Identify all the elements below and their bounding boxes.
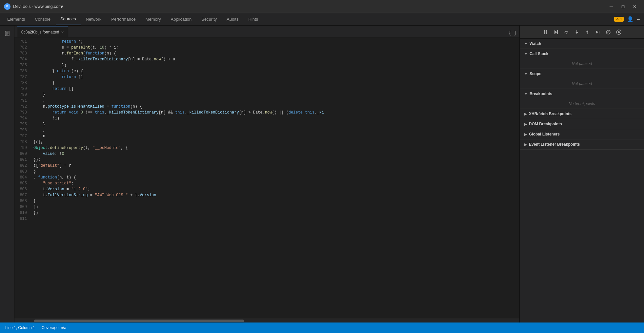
svg-rect-4: [544, 30, 545, 34]
line-numbers: 781 782 783 784 785 786 787 788 789 790 …: [14, 37, 31, 319]
format-icon[interactable]: { }: [509, 31, 517, 36]
tab-performance[interactable]: Performance: [107, 13, 140, 25]
title-text: DevTools - www.bing.com/: [13, 4, 63, 9]
breakpoints-header[interactable]: ▼ Breakpoints: [520, 89, 644, 99]
main-layout: 0c3a2f0b.js:formatted × { } 781 782 783 …: [0, 26, 644, 323]
dom-breakpoints-header[interactable]: ▶ DOM Breakpoints: [520, 119, 644, 129]
app-icon: D: [4, 3, 10, 10]
breakpoints-section: ▼ Breakpoints No breakpoints: [520, 89, 644, 109]
scope-section: ▼ Scope Not paused: [520, 69, 644, 89]
status-bar: Line 1, Column 1 Coverage: n/a: [0, 323, 644, 333]
horizontal-scrollbar[interactable]: [14, 319, 519, 323]
file-tab-name: 0c3a2f0b.js:formatted: [21, 30, 59, 34]
pause-button[interactable]: [541, 28, 550, 37]
call-stack-label: Call Stack: [530, 52, 548, 56]
call-stack-section: ▼ Call Stack Not paused: [520, 49, 644, 69]
call-stack-content: Not paused: [520, 59, 644, 69]
status-position: Line 1, Column 1: [5, 325, 35, 330]
watch-header[interactable]: ▼ Watch: [520, 39, 644, 49]
title-bar: D DevTools - www.bing.com/ ─ □ ✕: [0, 0, 644, 13]
breakpoints-label: Breakpoints: [530, 92, 552, 96]
dom-triangle: ▶: [524, 122, 527, 126]
debugger-toolbar: [520, 26, 644, 39]
code-editor[interactable]: 781 782 783 784 785 786 787 788 789 790 …: [14, 37, 519, 323]
step-button[interactable]: [593, 28, 602, 37]
svg-point-14: [618, 31, 620, 33]
tab-elements[interactable]: Elements: [3, 13, 30, 25]
dom-breakpoints-section: ▶ DOM Breakpoints: [520, 119, 644, 129]
svg-rect-6: [557, 30, 558, 34]
editor-area: 0c3a2f0b.js:formatted × { } 781 782 783 …: [14, 26, 519, 323]
code-content[interactable]: return r; u = parseInt(t, 10) * i; r.for…: [31, 37, 519, 319]
event-listener-breakpoints-header[interactable]: ▶ Event Listener Breakpoints: [520, 139, 644, 149]
xhr-label: XHR/fetch Breakpoints: [529, 112, 572, 116]
file-tab-active[interactable]: 0c3a2f0b.js:formatted ×: [17, 27, 68, 37]
scope-label: Scope: [530, 72, 541, 76]
global-listeners-header[interactable]: ▶ Global Listeners: [520, 129, 644, 139]
window-controls: ─ □ ✕: [606, 3, 640, 10]
left-sidebar: [0, 26, 14, 323]
event-listener-label: Event Listener Breakpoints: [529, 142, 580, 147]
file-tab-close[interactable]: ×: [61, 30, 64, 35]
xhr-triangle: ▶: [524, 112, 527, 116]
scrollbar-thumb[interactable]: [34, 320, 244, 322]
status-coverage: Coverage: n/a: [42, 325, 66, 330]
tab-console[interactable]: Console: [30, 13, 55, 25]
file-tabs-bar: 0c3a2f0b.js:formatted × { }: [14, 26, 519, 37]
minimize-button[interactable]: ─: [606, 3, 616, 10]
file-tabs-right: { }: [509, 31, 517, 37]
close-button[interactable]: ✕: [630, 3, 640, 10]
xhr-section: ▶ XHR/fetch Breakpoints: [520, 109, 644, 119]
call-stack-header[interactable]: ▼ Call Stack: [520, 49, 644, 59]
resume-button[interactable]: [551, 28, 560, 37]
tab-audits[interactable]: Audits: [222, 13, 243, 25]
watch-triangle: ▼: [524, 42, 528, 46]
tab-network[interactable]: Network: [81, 13, 106, 25]
call-stack-triangle: ▼: [524, 52, 528, 56]
watch-section: ▼ Watch: [520, 39, 644, 49]
tab-hints[interactable]: Hints: [244, 13, 263, 25]
maximize-button[interactable]: □: [618, 3, 628, 10]
more-icon[interactable]: ⋯: [637, 16, 640, 23]
step-over-button[interactable]: [562, 28, 571, 37]
profile-icon[interactable]: 👤: [627, 16, 634, 23]
scope-header[interactable]: ▼ Scope: [520, 69, 644, 79]
tab-memory[interactable]: Memory: [141, 13, 166, 25]
deactivate-breakpoints-button[interactable]: [604, 28, 613, 37]
breakpoints-content: No breakpoints: [520, 99, 644, 109]
nav-right-icons: ⚠ 1 👤 ⋯: [614, 16, 644, 23]
right-panel: ▼ Watch ▼ Call Stack Not paused ▼ Scope …: [519, 26, 644, 323]
tab-security[interactable]: Security: [197, 13, 221, 25]
nav-tab-bar: Elements Console Sources Network Perform…: [0, 13, 644, 26]
dom-label: DOM Breakpoints: [529, 122, 562, 126]
scope-triangle: ▼: [524, 72, 528, 76]
global-listeners-triangle: ▶: [524, 133, 527, 136]
svg-line-12: [607, 31, 610, 34]
breakpoints-triangle: ▼: [524, 92, 528, 96]
event-listener-triangle: ▶: [524, 143, 527, 146]
event-listener-breakpoints-section: ▶ Event Listener Breakpoints: [520, 139, 644, 150]
tab-sources[interactable]: Sources: [56, 13, 81, 25]
svg-rect-5: [546, 30, 547, 34]
tab-application[interactable]: Application: [166, 13, 196, 25]
svg-rect-10: [599, 31, 599, 33]
global-listeners-section: ▶ Global Listeners: [520, 129, 644, 139]
step-out-button[interactable]: [583, 28, 592, 37]
xhr-header[interactable]: ▶ XHR/fetch Breakpoints: [520, 109, 644, 119]
step-into-button[interactable]: [572, 28, 581, 37]
scope-content: Not paused: [520, 79, 644, 89]
main-nav: Elements Console Sources Network Perform…: [3, 13, 263, 25]
global-listeners-label: Global Listeners: [529, 132, 560, 136]
watch-label: Watch: [530, 41, 541, 46]
warning-badge[interactable]: ⚠ 1: [614, 17, 624, 22]
code-scroll-area[interactable]: 781 782 783 784 785 786 787 788 789 790 …: [14, 37, 519, 319]
pause-on-exceptions-button[interactable]: [614, 28, 623, 37]
sidebar-files-icon[interactable]: [2, 28, 12, 39]
